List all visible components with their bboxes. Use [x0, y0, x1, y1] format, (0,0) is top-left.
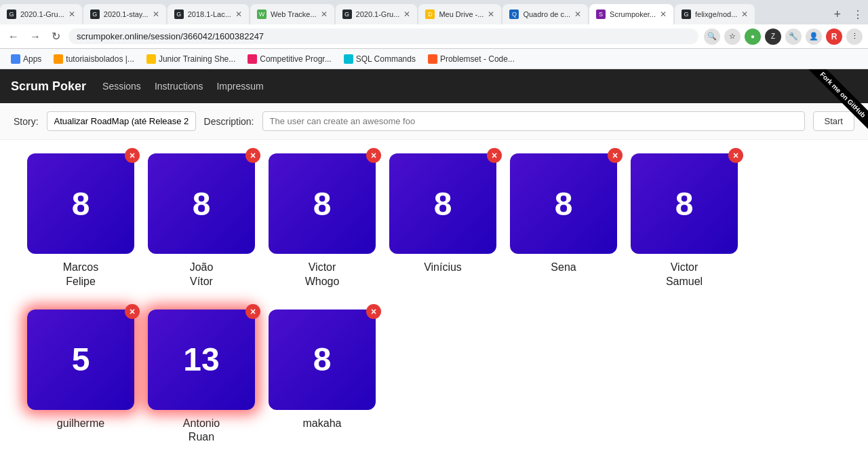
new-tab-button[interactable]: +	[827, 4, 848, 24]
bookmark-bm1[interactable]: Apps	[5, 53, 47, 65]
card-wrapper-c6: ×8VictorSamuel	[631, 153, 738, 289]
story-input[interactable]	[47, 111, 196, 131]
browser-tab-tab3[interactable]: G 2018.1-Lac... ✕	[167, 4, 249, 24]
browser-tab-tab2[interactable]: G 2020.1-stay... ✕	[83, 4, 166, 24]
bookmark-star-icon[interactable]: ☆	[724, 29, 741, 45]
browser-tab-tab1[interactable]: G 2020.1-Gru... ✕	[0, 4, 82, 24]
bookmark-icon	[344, 54, 353, 64]
card-value-c3: 8	[313, 185, 332, 223]
github-ribbon-label: Fork me on GitHub	[802, 69, 868, 135]
bookmark-icon	[54, 54, 63, 64]
tab-close-button[interactable]: ✕	[488, 10, 494, 19]
card-value-c2: 8	[193, 185, 211, 223]
card-c1: ×8	[27, 153, 134, 254]
description-input[interactable]	[262, 111, 805, 131]
extension-icon-1[interactable]: ●	[745, 29, 761, 45]
card-wrapper-c3: ×8VictorWhogo	[269, 153, 376, 289]
browser-tab-tab5[interactable]: G 2020.1-Gru... ✕	[336, 4, 418, 24]
tab-favicon: W	[257, 10, 267, 19]
bookmark-label: tutoriaisbolados |...	[66, 54, 134, 64]
address-bar: ← → ↻ 🔍 ☆ ● Z 🔧 👤 R ⋮	[0, 24, 868, 49]
tab-close-button[interactable]: ✕	[574, 10, 581, 19]
card-wrapper-c1: ×8MarcosFelipe	[27, 153, 134, 289]
bookmark-bm4[interactable]: Competitive Progr...	[242, 53, 336, 65]
tab-favicon: G	[7, 10, 16, 19]
card-value-c6: 8	[675, 185, 694, 223]
tab-close-button[interactable]: ✕	[403, 10, 410, 19]
nav-link-impressum[interactable]: Impressum	[216, 81, 263, 92]
browser-tab-tab6[interactable]: D Meu Drive -... ✕	[418, 4, 501, 24]
bookmark-bm3[interactable]: Junior Training She...	[141, 53, 241, 65]
bookmark-icon	[428, 54, 437, 64]
tab-strip-expand[interactable]: ⋮	[848, 4, 868, 24]
card-close-c3[interactable]: ×	[366, 148, 381, 163]
tab-label: felixge/nod...	[695, 10, 737, 18]
card-value-c4: 8	[434, 185, 452, 223]
bookmark-label: SQL Commands	[356, 54, 416, 64]
card-wrapper-c4: ×8Vinícius	[389, 153, 496, 289]
card-close-c5[interactable]: ×	[608, 148, 623, 163]
card-wrapper-c8: ×13AntonioRuan	[148, 309, 255, 445]
card-c8: ×13	[148, 309, 255, 410]
forward-button[interactable]: →	[27, 28, 43, 45]
menu-icon[interactable]: ⋮	[846, 29, 863, 45]
url-input[interactable]	[68, 29, 698, 44]
extension-icon-2[interactable]: Z	[765, 29, 781, 45]
bookmark-bm2[interactable]: tutoriaisbolados |...	[48, 53, 140, 65]
tab-favicon: G	[682, 10, 691, 19]
address-icons: 🔍 ☆ ● Z 🔧 👤 R ⋮	[704, 29, 863, 45]
tab-close-button[interactable]: ✕	[235, 10, 242, 19]
back-button[interactable]: ←	[5, 28, 22, 45]
card-c7: ×5	[27, 309, 134, 410]
card-wrapper-c9: ×8makaha	[269, 309, 376, 445]
tab-close-button[interactable]: ✕	[660, 10, 667, 19]
bookmarks-bar: Apps tutoriaisbolados |... Junior Traini…	[0, 49, 868, 69]
extension-icon-3[interactable]: 🔧	[785, 29, 802, 45]
browser-tab-tab8[interactable]: S Scrumpoker... ✕	[589, 4, 673, 24]
nav-brand: Scrum Poker	[11, 79, 86, 94]
card-name-c1: MarcosFelipe	[63, 261, 98, 289]
tab-close-button[interactable]: ✕	[153, 10, 159, 19]
card-name-c4: Vinícius	[424, 261, 462, 275]
tab-label: 2020.1-Gru...	[356, 10, 400, 18]
card-name-c8: AntonioRuan	[183, 417, 220, 445]
card-close-c1[interactable]: ×	[125, 148, 140, 163]
search-icon[interactable]: 🔍	[704, 29, 720, 45]
browser-tab-tab7[interactable]: Q Quadro de c... ✕	[502, 4, 588, 24]
tab-label: Web Tracke...	[271, 10, 317, 18]
card-close-c8[interactable]: ×	[245, 304, 260, 319]
tab-label: 2018.1-Lac...	[188, 10, 231, 18]
browser-tab-tab9[interactable]: G felixge/nod... ✕	[675, 4, 755, 24]
tab-favicon: G	[342, 10, 352, 19]
tab-close-button[interactable]: ✕	[741, 10, 748, 19]
card-value-c1: 8	[72, 185, 90, 223]
nav-link-sessions[interactable]: Sessions	[102, 81, 141, 92]
story-bar: Story: Description: Start	[0, 103, 868, 140]
card-name-c3: VictorWhogo	[305, 261, 340, 289]
card-value-c5: 8	[555, 185, 573, 223]
browser-tab-tab4[interactable]: W Web Tracke... ✕	[250, 4, 334, 24]
bookmark-bm5[interactable]: SQL Commands	[338, 53, 421, 65]
card-name-c5: Sena	[551, 261, 576, 275]
card-close-c7[interactable]: ×	[125, 304, 140, 319]
bookmark-bm6[interactable]: Problemset - Code...	[422, 53, 520, 65]
profile-icon[interactable]: R	[826, 29, 842, 45]
card-close-c9[interactable]: ×	[366, 304, 381, 319]
card-close-c6[interactable]: ×	[728, 148, 743, 163]
card-c2: ×8	[148, 153, 255, 254]
tab-label: Scrumpoker...	[610, 10, 656, 18]
github-ribbon[interactable]: Fork me on GitHub	[787, 69, 868, 151]
main-nav: Scrum Poker SessionsInstructionsImpressu…	[0, 69, 868, 103]
card-close-c4[interactable]: ×	[487, 148, 502, 163]
reload-button[interactable]: ↻	[49, 27, 63, 45]
card-close-c2[interactable]: ×	[245, 148, 260, 163]
card-wrapper-c2: ×8JoãoVítor	[148, 153, 255, 289]
bookmark-label: Problemset - Code...	[440, 54, 515, 64]
tab-close-button[interactable]: ✕	[68, 10, 75, 19]
nav-link-instructions[interactable]: Instructions	[155, 81, 203, 92]
tab-close-button[interactable]: ✕	[321, 10, 328, 19]
extension-icon-4[interactable]: 👤	[806, 29, 822, 45]
tab-favicon: S	[596, 10, 606, 19]
card-value-c7: 5	[72, 341, 90, 378]
card-c9: ×8	[269, 309, 376, 410]
